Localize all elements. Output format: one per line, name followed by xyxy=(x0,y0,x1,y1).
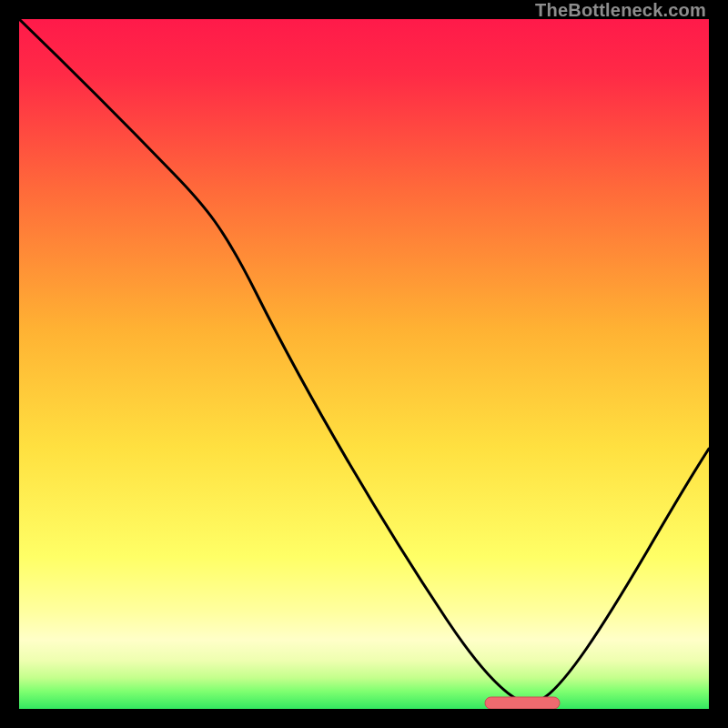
optimal-marker xyxy=(485,697,560,709)
chart-frame xyxy=(19,19,709,709)
watermark-text: TheBottleneck.com xyxy=(535,0,706,21)
chart-svg xyxy=(19,19,709,709)
